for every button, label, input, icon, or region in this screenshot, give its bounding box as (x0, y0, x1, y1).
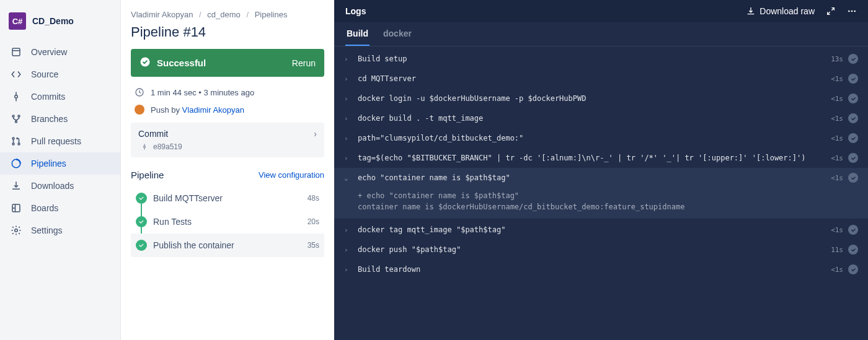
success-icon (848, 133, 858, 143)
log-output: + echo "container name is $path$tag" con… (334, 188, 868, 219)
sidebar-item-branches[interactable]: Branches (0, 108, 120, 130)
chevron-right-icon: › (344, 154, 353, 162)
log-command: docker build . -t mqtt_image (358, 114, 831, 123)
chevron-right-icon: › (344, 95, 353, 103)
sidebar-item-settings[interactable]: Settings (0, 219, 120, 242)
sidebar: C# CD_Demo OverviewSourceCommitsBranches… (0, 0, 121, 340)
success-icon (136, 240, 147, 251)
log-row[interactable]: ›docker push "$path$tag"11s (334, 240, 868, 259)
pipeline-step[interactable]: Publish the container35s (131, 233, 324, 257)
success-icon (140, 56, 151, 69)
sidebar-item-label: Overview (31, 47, 67, 57)
more-icon[interactable] (847, 6, 857, 16)
log-row[interactable]: ›docker tag mqtt_image "$path$tag"<1s (334, 220, 868, 240)
log-command: docker tag mqtt_image "$path$tag" (358, 225, 831, 234)
log-command: cd MQTTserver (358, 74, 831, 83)
commit-icon (141, 143, 148, 150)
pipeline-pane: Vladimir Akopyan / cd_demo / Pipelines P… (121, 0, 334, 340)
project-name: CD_Demo (32, 16, 74, 26)
log-duration: 11s (831, 246, 843, 254)
sidebar-item-label: Pull requests (31, 136, 81, 146)
log-duration: <1s (831, 226, 843, 234)
success-icon (848, 225, 858, 235)
pipeline-step[interactable]: Build MQTTserver48s (131, 186, 324, 210)
chevron-down-icon: ⌄ (344, 174, 353, 182)
pull-requests-icon (9, 135, 24, 147)
view-configuration-link[interactable]: View configuration (259, 170, 324, 180)
log-command: path="clumsypilot/cd_bitbucket_demo:" (358, 134, 831, 142)
chevron-right-icon: › (344, 134, 353, 142)
log-command: tag=$(echo "$BITBUCKET_BRANCH" | tr -dc … (358, 154, 831, 162)
log-row[interactable]: ›cd MQTTserver<1s (334, 69, 868, 89)
steps-list: Build MQTTserver48sRun Tests20sPublish t… (131, 186, 324, 257)
breadcrumb-owner[interactable]: Vladimir Akopyan (131, 10, 193, 19)
svg-rect-0 (12, 48, 20, 56)
success-icon (848, 113, 858, 123)
settings-icon (9, 224, 24, 237)
success-icon (848, 94, 858, 103)
sidebar-item-commits[interactable]: Commits (0, 85, 120, 108)
sidebar-item-boards[interactable]: Boards (0, 197, 120, 219)
logs-tab-docker[interactable]: docker (382, 22, 413, 46)
duration-line: 1 min 44 sec • 3 minutes ago (131, 85, 324, 99)
log-duration: <1s (831, 75, 843, 83)
log-duration: <1s (831, 134, 843, 142)
logs-tabs: Builddocker (334, 22, 868, 46)
log-row[interactable]: ›docker login -u $dockerHubUsername -p $… (334, 89, 868, 108)
sidebar-item-pull-requests[interactable]: Pull requests (0, 130, 120, 152)
nav-list: OverviewSourceCommitsBranchesPull reques… (0, 41, 120, 242)
rerun-button[interactable]: Rerun (292, 58, 316, 68)
svg-point-1 (15, 95, 18, 98)
project-header[interactable]: C# CD_Demo (0, 6, 120, 41)
commit-box[interactable]: Commit › e89a519 (131, 123, 324, 157)
log-duration: <1s (831, 154, 843, 162)
log-duration: 13s (831, 55, 843, 63)
sidebar-item-downloads[interactable]: Downloads (0, 175, 120, 197)
commits-icon (9, 90, 24, 103)
expand-icon[interactable] (826, 6, 836, 16)
success-icon (136, 193, 147, 204)
chevron-right-icon: › (344, 266, 353, 274)
chevron-right-icon: › (314, 129, 317, 139)
download-raw-button[interactable]: Download raw (746, 6, 815, 16)
success-icon (848, 173, 858, 183)
log-row[interactable]: ›path="clumsypilot/cd_bitbucket_demo:"<1… (334, 128, 868, 148)
boards-icon (9, 202, 24, 214)
logs-tab-build[interactable]: Build (345, 22, 370, 46)
svg-point-2 (12, 115, 14, 117)
log-duration: <1s (831, 115, 843, 123)
status-bar: Successful Rerun (131, 49, 324, 77)
breadcrumb-repo[interactable]: cd_demo (207, 10, 240, 19)
pipeline-step[interactable]: Run Tests20s (131, 210, 324, 233)
success-icon (848, 245, 858, 255)
sidebar-item-source[interactable]: Source (0, 63, 120, 85)
svg-point-6 (12, 143, 14, 145)
success-icon (848, 74, 858, 84)
chevron-right-icon: › (344, 226, 353, 234)
svg-point-7 (18, 143, 20, 145)
page-title: Pipeline #14 (131, 24, 324, 40)
sidebar-item-label: Branches (31, 114, 68, 124)
svg-point-13 (144, 146, 146, 148)
logs-body[interactable]: ›Build setup13s›cd MQTTserver<1s›docker … (334, 46, 868, 340)
sidebar-item-pipelines[interactable]: Pipelines (0, 152, 120, 175)
log-row[interactable]: ›tag=$(echo "$BITBUCKET_BRANCH" | tr -dc… (334, 148, 868, 168)
log-duration: <1s (831, 95, 843, 103)
log-row[interactable]: ›Build teardown<1s (334, 259, 868, 279)
sidebar-item-overview[interactable]: Overview (0, 41, 120, 63)
log-row[interactable]: ›docker build . -t mqtt_image<1s (334, 108, 868, 128)
push-user-link[interactable]: Vladimir Akopyan (182, 105, 244, 115)
sidebar-item-label: Commits (31, 92, 65, 102)
log-row[interactable]: ›Build setup13s (334, 49, 868, 69)
log-row[interactable]: ⌄echo "container name is $path$tag"<1s (334, 168, 868, 188)
success-icon (848, 54, 858, 64)
chevron-right-icon: › (344, 55, 353, 63)
svg-point-10 (15, 229, 18, 232)
breadcrumb: Vladimir Akopyan / cd_demo / Pipelines (131, 10, 324, 19)
svg-point-3 (18, 115, 20, 117)
svg-point-4 (16, 121, 17, 123)
source-icon (9, 68, 24, 81)
success-icon (848, 264, 858, 274)
step-name: Publish the container (153, 240, 308, 250)
commit-hash[interactable]: e89a519 (153, 142, 182, 151)
